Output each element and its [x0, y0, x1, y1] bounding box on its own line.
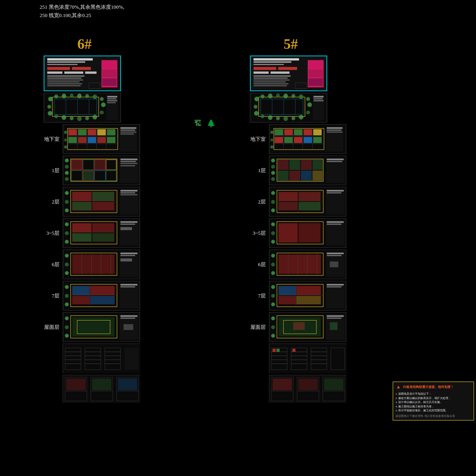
svg-point-235: [261, 115, 265, 119]
svg-rect-48: [107, 102, 115, 103]
svg-point-27: [85, 94, 89, 98]
stair-svg-6: [63, 344, 140, 374]
svg-rect-14: [47, 85, 81, 86]
building5-roof-plan: [269, 312, 346, 342]
svg-rect-169: [121, 318, 135, 319]
svg-point-337: [271, 303, 275, 307]
svg-rect-110: [121, 190, 138, 192]
svg-rect-203: [278, 67, 297, 70]
svg-point-237: [253, 105, 257, 109]
notice-item-2: 2. 修改方案以确认的标高实示，请扩大处理，: [395, 396, 471, 401]
building6-floor7-label: 7层: [44, 292, 60, 299]
building5-basement-plan: [269, 124, 346, 154]
svg-point-99: [65, 200, 69, 204]
svg-point-233: [276, 116, 280, 120]
svg-point-225: [292, 94, 296, 98]
svg-point-272: [271, 159, 275, 163]
svg-rect-254: [274, 129, 283, 136]
svg-rect-262: [303, 137, 312, 143]
building5-floor2-row: 2层: [250, 187, 346, 217]
svg-point-76: [65, 159, 69, 163]
svg-rect-127: [121, 224, 135, 225]
notice-item-3: 3. 设计单以确认认识，标注日月实施。: [395, 400, 471, 405]
svg-rect-126: [121, 221, 138, 223]
svg-rect-282: [289, 171, 300, 180]
svg-rect-215: [309, 69, 323, 77]
svg-point-131: [65, 263, 69, 267]
svg-rect-46: [107, 98, 116, 100]
building6-floor7-plan: [63, 281, 140, 311]
building5-floor35-plan: [269, 218, 346, 248]
floor1-svg-6: [63, 156, 140, 185]
notice-items: 1. 该图纸及设计不包括以下： 2. 修改方案以确认的标高实示，请扩大处理， 3…: [395, 392, 471, 413]
building5-roof-row: 屋面层: [250, 312, 346, 342]
floor2-svg-6: [63, 187, 140, 216]
svg-point-38: [48, 111, 52, 116]
building6-floor7-row: 7层: [44, 281, 140, 311]
building6-floor2-plan: [63, 187, 140, 217]
svg-rect-103: [72, 192, 92, 201]
svg-point-115: [65, 231, 69, 235]
svg-point-229: [306, 111, 310, 115]
svg-rect-263: [313, 137, 322, 143]
svg-rect-306: [327, 190, 344, 192]
svg-rect-333: [330, 261, 338, 267]
svg-rect-3: [47, 67, 70, 70]
svg-rect-209: [253, 79, 290, 81]
svg-rect-317: [327, 221, 344, 223]
svg-point-275: [271, 177, 275, 181]
svg-rect-302: [299, 202, 321, 210]
svg-rect-168: [121, 315, 138, 317]
svg-rect-12: [47, 81, 79, 83]
svg-rect-158: [121, 286, 135, 288]
svg-point-146: [65, 294, 69, 298]
annotation-block: 251 黑色浓度70%,其余黑色浓度100%, 250 线宽0.100,其余0.…: [40, 3, 124, 20]
svg-point-22: [48, 97, 53, 102]
svg-rect-332: [327, 255, 342, 256]
svg-point-224: [283, 94, 288, 98]
bottom-svg-6: [63, 375, 140, 403]
site-svg-5: [250, 93, 327, 122]
svg-rect-94: [121, 161, 136, 162]
svg-rect-255: [284, 129, 293, 136]
svg-rect-61: [107, 129, 115, 136]
svg-rect-210: [253, 81, 286, 83]
svg-rect-194: [118, 378, 137, 390]
notice-box: 🔺 02栋龙结构组需大波提、他对划度！ 1. 该图纸及设计不包括以下： 2. 修…: [393, 382, 474, 420]
svg-rect-122: [92, 233, 114, 242]
svg-point-24: [61, 94, 66, 98]
svg-rect-7: [85, 71, 97, 74]
svg-point-296: [271, 209, 275, 213]
svg-rect-199: [253, 58, 299, 61]
svg-rect-315: [299, 223, 321, 243]
svg-point-132: [65, 271, 69, 275]
svg-rect-65: [97, 137, 106, 143]
svg-point-114: [65, 223, 69, 226]
svg-point-160: [65, 317, 69, 321]
building6-roof-plan: [63, 312, 140, 342]
svg-rect-165: [72, 317, 115, 337]
svg-rect-256: [294, 129, 302, 136]
svg-rect-258: [313, 129, 322, 136]
svg-rect-343: [296, 296, 321, 304]
construction-icon: 🏗: [194, 119, 202, 127]
building6-floor2-row: 2层: [44, 187, 140, 217]
svg-rect-96: [121, 165, 135, 166]
svg-point-116: [65, 240, 69, 244]
svg-rect-381: [292, 349, 296, 352]
building6-roof-row: 屋面层: [44, 312, 140, 342]
building6-bottom-section: [63, 375, 140, 403]
svg-point-23: [54, 94, 58, 98]
svg-rect-245: [313, 100, 323, 102]
building5-roof-label: 屋面层: [250, 324, 266, 331]
basement-svg-6: [63, 125, 140, 154]
svg-point-36: [61, 115, 66, 120]
svg-rect-5: [47, 71, 62, 74]
svg-point-236: [254, 111, 259, 116]
svg-rect-192: [66, 378, 86, 390]
cover-svg: [44, 56, 120, 90]
svg-rect-260: [284, 137, 293, 143]
svg-rect-68: [121, 127, 136, 129]
svg-rect-150: [72, 286, 90, 295]
svg-point-37: [54, 115, 58, 119]
